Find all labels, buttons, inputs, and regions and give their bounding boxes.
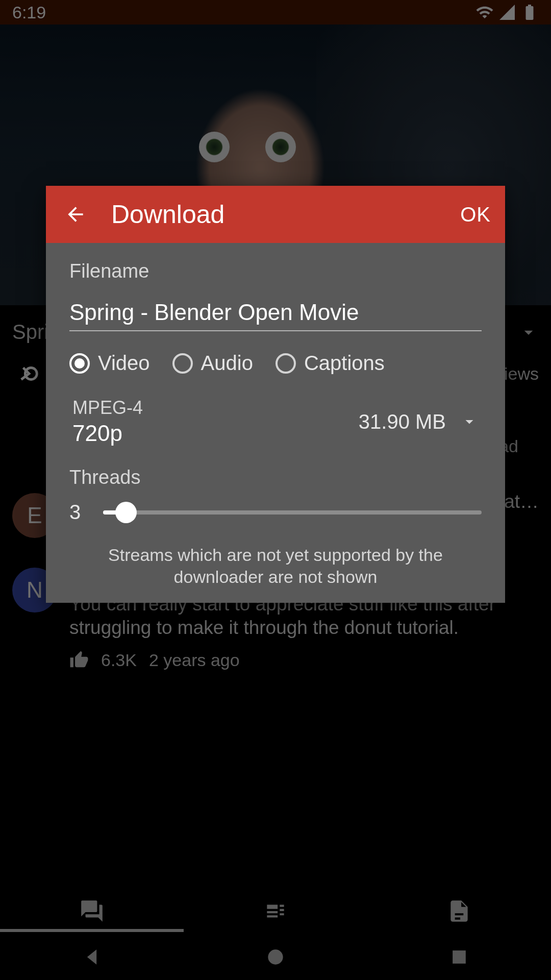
threads-section: Threads 3 <box>69 467 482 524</box>
radio-video[interactable]: Video <box>69 352 150 375</box>
filename-input[interactable]: Spring - Blender Open Movie <box>69 300 482 331</box>
type-radio-group: Video Audio Captions <box>69 352 482 375</box>
filename-label: Filename <box>69 260 482 282</box>
format-selector[interactable]: MPEG-4 720p 31.90 MB <box>69 394 482 463</box>
threads-label: Threads <box>69 467 482 488</box>
format-size: 31.90 MB <box>359 410 446 433</box>
dialog-header: Download OK <box>46 186 505 243</box>
radio-captions[interactable]: Captions <box>276 352 385 375</box>
back-button[interactable] <box>60 199 91 230</box>
ok-button[interactable]: OK <box>460 203 491 226</box>
threads-slider[interactable] <box>103 510 482 514</box>
dialog-title: Download <box>111 200 460 229</box>
dropdown-icon <box>460 412 479 431</box>
threads-value: 3 <box>69 501 86 524</box>
format-resolution: 720p <box>72 421 143 446</box>
arrow-left-icon <box>64 203 87 226</box>
radio-audio[interactable]: Audio <box>172 352 253 375</box>
slider-thumb[interactable] <box>115 502 137 523</box>
format-codec: MPEG-4 <box>72 397 143 419</box>
dialog-note: Streams which are not yet supported by t… <box>69 544 482 587</box>
download-dialog: Download OK Filename Spring - Blender Op… <box>46 186 505 603</box>
